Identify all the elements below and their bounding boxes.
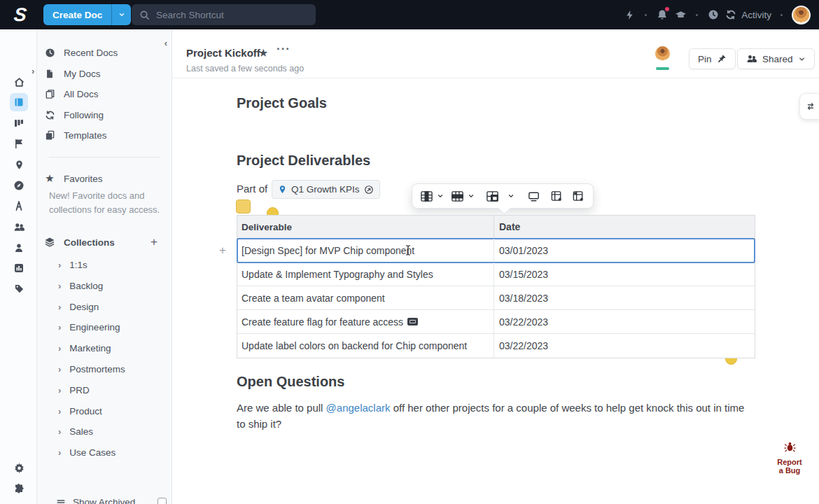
chevron-right-icon[interactable]: › bbox=[58, 364, 61, 374]
cell-date[interactable]: 03/01/2023 bbox=[494, 239, 755, 262]
search-input[interactable]: Search Shortcut bbox=[132, 4, 316, 25]
sidebar-collapse-chevron[interactable]: ‹ bbox=[164, 38, 167, 48]
table-cell-icon[interactable] bbox=[486, 190, 499, 203]
sidebar-item-following[interactable]: Following bbox=[44, 104, 104, 125]
cell-date[interactable]: 03/22/2023 bbox=[494, 310, 755, 333]
stories-icon[interactable] bbox=[13, 117, 25, 130]
collection-item[interactable]: ›Design bbox=[58, 296, 99, 317]
table-row[interactable]: Create a team avatar component 03/18/202… bbox=[237, 286, 755, 310]
shortcut-logo[interactable]: S bbox=[7, 4, 33, 26]
user-avatar[interactable] bbox=[792, 6, 811, 24]
cell-date[interactable]: 03/18/2023 bbox=[494, 286, 755, 309]
favorite-star-icon[interactable]: ★ bbox=[258, 46, 268, 59]
learning-button[interactable] bbox=[671, 6, 690, 24]
labels-tag-icon[interactable] bbox=[13, 282, 25, 295]
create-doc-dropdown-button[interactable] bbox=[112, 4, 131, 25]
pin-button[interactable]: Pin bbox=[689, 48, 736, 69]
chevron-right-icon[interactable]: › bbox=[58, 343, 61, 354]
collection-item[interactable]: ›Sales bbox=[58, 421, 93, 442]
collection-item[interactable]: ›Postmortems bbox=[58, 358, 125, 379]
create-doc-button[interactable]: Create Doc bbox=[43, 4, 112, 25]
chevron-right-icon[interactable]: › bbox=[58, 322, 61, 332]
members-icon[interactable] bbox=[13, 241, 25, 254]
add-collection-button[interactable]: + bbox=[150, 235, 158, 249]
chevron-right-icon[interactable]: › bbox=[58, 426, 61, 437]
story-link-badge-icon[interactable] bbox=[407, 318, 418, 326]
chevron-right-icon[interactable]: › bbox=[58, 406, 61, 416]
open-link-icon[interactable] bbox=[364, 185, 374, 195]
reports-icon[interactable] bbox=[13, 262, 25, 274]
chevron-right-icon[interactable]: › bbox=[58, 281, 61, 291]
cell-deliverable[interactable]: Create a team avatar component bbox=[237, 286, 494, 309]
table-row-icon[interactable] bbox=[451, 190, 464, 203]
chevron-down-icon[interactable] bbox=[468, 192, 475, 200]
chevron-right-icon[interactable]: › bbox=[58, 260, 61, 270]
save-table-template-icon[interactable] bbox=[550, 190, 564, 203]
epics-flag-icon[interactable] bbox=[13, 137, 25, 150]
collection-item[interactable]: ›1:1s bbox=[58, 254, 88, 275]
sidebar-item-all-docs[interactable]: All Docs bbox=[44, 83, 99, 104]
docs-icon[interactable] bbox=[10, 93, 28, 111]
create-doc-split-button[interactable]: Create Doc bbox=[43, 4, 131, 25]
cell-deliverable[interactable]: Update label colors on backend for Chip … bbox=[237, 334, 494, 358]
collection-item[interactable]: ›Engineering bbox=[58, 316, 120, 337]
doc-title[interactable]: Project Kickoff bbox=[186, 47, 260, 59]
table-column-icon[interactable] bbox=[420, 190, 433, 203]
cell-date[interactable]: 03/15/2023 bbox=[494, 262, 755, 286]
notifications-button[interactable] bbox=[653, 6, 671, 24]
cell-deliverable[interactable]: [Design Spec] for MVP Chip component bbox=[237, 239, 494, 262]
sidebar-item-templates[interactable]: Templates bbox=[44, 125, 107, 146]
full-width-icon[interactable] bbox=[527, 190, 540, 203]
settings-gear-icon[interactable] bbox=[13, 461, 25, 474]
chevron-down-icon[interactable] bbox=[507, 192, 514, 200]
iterations-icon[interactable] bbox=[13, 179, 25, 192]
sidebar-item-recent-docs[interactable]: Recent Docs bbox=[44, 42, 118, 63]
collection-item[interactable]: ›Backlog bbox=[58, 275, 103, 296]
doc-more-menu[interactable]: ··· bbox=[276, 42, 290, 56]
collection-item[interactable]: ›PRD bbox=[58, 379, 90, 400]
collection-item[interactable]: ›Use Cases bbox=[58, 442, 115, 463]
table-row[interactable]: Create feature flag for feature access 0… bbox=[237, 310, 755, 334]
add-row-button[interactable]: + bbox=[216, 244, 229, 257]
teams-icon[interactable] bbox=[13, 220, 25, 233]
heading-project-deliverables[interactable]: Project Deliverables bbox=[237, 153, 370, 169]
sidebar-item-favorites[interactable]: ★ Favorites bbox=[44, 168, 103, 189]
roadmap-icon[interactable] bbox=[13, 200, 25, 212]
cell-date[interactable]: 03/22/2023 bbox=[494, 334, 755, 358]
column-header-deliverable[interactable]: Deliverable bbox=[237, 216, 494, 238]
column-header-date[interactable]: Date bbox=[494, 216, 755, 238]
cell-deliverable[interactable]: Create feature flag for feature access bbox=[237, 310, 494, 333]
insert-table-template-icon[interactable] bbox=[572, 190, 585, 203]
chevron-right-icon[interactable]: › bbox=[58, 447, 61, 458]
history-button[interactable] bbox=[704, 6, 722, 24]
chevron-down-icon[interactable] bbox=[437, 192, 444, 200]
user-mention[interactable]: @angelaclark bbox=[326, 402, 391, 414]
show-archived-checkbox[interactable] bbox=[158, 498, 167, 504]
table-row[interactable]: [Design Spec] for MVP Chip component 03/… bbox=[237, 239, 755, 262]
chevron-right-icon[interactable]: › bbox=[58, 385, 61, 396]
side-panel-toggle[interactable] bbox=[799, 93, 819, 120]
cell-deliverable[interactable]: Update & Implement Typography and Styles bbox=[237, 262, 494, 286]
integrations-puzzle-icon[interactable] bbox=[13, 482, 25, 495]
sidebar-item-my-docs[interactable]: My Docs bbox=[44, 63, 101, 84]
table-row[interactable]: Update label colors on backend for Chip … bbox=[237, 334, 755, 358]
report-bug-button[interactable]: Reporta Bug bbox=[772, 441, 807, 475]
quick-actions-button[interactable] bbox=[620, 6, 638, 24]
collections-header[interactable]: Collections bbox=[44, 232, 115, 253]
collection-item[interactable]: ›Product bbox=[58, 400, 102, 421]
rail-expand-chevron[interactable]: › bbox=[31, 66, 34, 76]
show-archived-toggle[interactable]: Show Archived bbox=[56, 497, 167, 504]
objective-chip[interactable]: Q1 Growth KPIs bbox=[272, 180, 380, 199]
chevron-right-icon[interactable]: › bbox=[58, 302, 61, 312]
heading-project-goals[interactable]: Project Goals bbox=[237, 95, 327, 111]
objectives-pin-icon[interactable] bbox=[13, 158, 25, 171]
open-questions-paragraph[interactable]: Are we able to pull @angelaclark off her… bbox=[237, 400, 748, 432]
home-icon[interactable] bbox=[13, 76, 25, 88]
last-saved-status: Last saved a few seconds ago bbox=[186, 64, 304, 74]
activity-button[interactable]: Activity bbox=[725, 9, 771, 20]
heading-open-questions[interactable]: Open Questions bbox=[237, 374, 344, 390]
shared-button[interactable]: Shared bbox=[737, 48, 815, 69]
table-row[interactable]: Update & Implement Typography and Styles… bbox=[237, 262, 755, 286]
collection-item[interactable]: ›Marketing bbox=[58, 337, 111, 358]
collaborator-avatar[interactable] bbox=[655, 46, 670, 61]
